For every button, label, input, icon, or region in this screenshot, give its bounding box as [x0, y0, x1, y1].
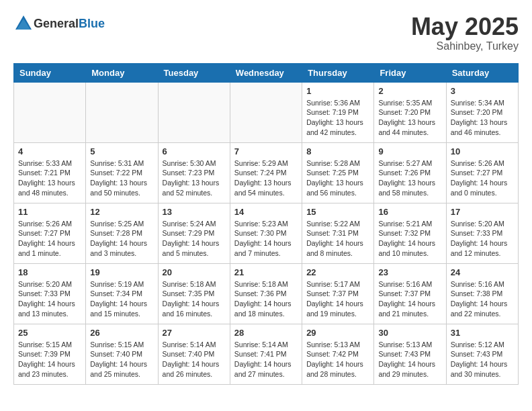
page-header: General Blue May 2025 Sahinbey, Turkey: [13, 13, 519, 52]
weekday-header-monday: Monday: [86, 63, 158, 82]
calendar-cell: 21Sunrise: 5:18 AM Sunset: 7:36 PM Dayli…: [230, 263, 302, 324]
day-info: Sunrise: 5:15 AM Sunset: 7:40 PM Dayligh…: [90, 340, 153, 379]
calendar-cell: 14Sunrise: 5:23 AM Sunset: 7:30 PM Dayli…: [230, 203, 302, 263]
day-number: 2: [378, 86, 441, 96]
day-number: 12: [90, 207, 153, 217]
day-info: Sunrise: 5:18 AM Sunset: 7:35 PM Dayligh…: [163, 279, 226, 319]
day-number: 29: [306, 328, 369, 338]
calendar-cell: [86, 82, 158, 142]
day-info: Sunrise: 5:18 AM Sunset: 7:36 PM Dayligh…: [234, 279, 298, 319]
calendar-cell: 16Sunrise: 5:21 AM Sunset: 7:32 PM Dayli…: [374, 203, 446, 263]
day-info: Sunrise: 5:35 AM Sunset: 7:20 PM Dayligh…: [378, 98, 441, 138]
day-number: 5: [90, 146, 153, 156]
weekday-header-tuesday: Tuesday: [158, 63, 230, 82]
calendar-cell: 29Sunrise: 5:13 AM Sunset: 7:42 PM Dayli…: [302, 324, 374, 384]
day-info: Sunrise: 5:26 AM Sunset: 7:27 PM Dayligh…: [451, 158, 514, 198]
day-number: 19: [90, 267, 153, 277]
title-block: May 2025 Sahinbey, Turkey: [411, 13, 519, 52]
day-info: Sunrise: 5:21 AM Sunset: 7:32 PM Dayligh…: [378, 219, 441, 259]
calendar-table: SundayMondayTuesdayWednesdayThursdayFrid…: [13, 63, 519, 385]
day-info: Sunrise: 5:26 AM Sunset: 7:27 PM Dayligh…: [18, 219, 81, 259]
calendar-cell: 10Sunrise: 5:26 AM Sunset: 7:27 PM Dayli…: [446, 142, 518, 203]
day-info: Sunrise: 5:34 AM Sunset: 7:20 PM Dayligh…: [451, 98, 514, 138]
calendar-cell: 11Sunrise: 5:26 AM Sunset: 7:27 PM Dayli…: [14, 203, 86, 263]
day-info: Sunrise: 5:14 AM Sunset: 7:41 PM Dayligh…: [234, 340, 298, 379]
weekday-header-thursday: Thursday: [302, 63, 374, 82]
weekday-header-sunday: Sunday: [14, 63, 86, 82]
day-number: 20: [163, 267, 226, 277]
calendar-cell: 30Sunrise: 5:13 AM Sunset: 7:43 PM Dayli…: [374, 324, 446, 384]
day-number: 24: [451, 267, 514, 277]
calendar-cell: [14, 82, 86, 142]
calendar-cell: 4Sunrise: 5:33 AM Sunset: 7:21 PM Daylig…: [14, 142, 86, 203]
day-number: 6: [163, 146, 226, 156]
day-number: 13: [163, 207, 226, 217]
calendar-cell: 17Sunrise: 5:20 AM Sunset: 7:33 PM Dayli…: [446, 203, 518, 263]
day-info: Sunrise: 5:25 AM Sunset: 7:28 PM Dayligh…: [90, 219, 153, 259]
calendar-cell: 25Sunrise: 5:15 AM Sunset: 7:39 PM Dayli…: [14, 324, 86, 384]
day-number: 16: [378, 207, 441, 217]
day-info: Sunrise: 5:19 AM Sunset: 7:34 PM Dayligh…: [90, 279, 153, 319]
calendar-cell: 20Sunrise: 5:18 AM Sunset: 7:35 PM Dayli…: [158, 263, 230, 324]
day-number: 23: [378, 267, 441, 277]
day-info: Sunrise: 5:20 AM Sunset: 7:33 PM Dayligh…: [451, 219, 514, 259]
day-number: 28: [234, 328, 298, 338]
calendar-cell: [158, 82, 230, 142]
day-info: Sunrise: 5:13 AM Sunset: 7:42 PM Dayligh…: [306, 340, 369, 379]
calendar-cell: 12Sunrise: 5:25 AM Sunset: 7:28 PM Dayli…: [86, 203, 158, 263]
calendar-cell: 1Sunrise: 5:36 AM Sunset: 7:19 PM Daylig…: [302, 82, 374, 142]
calendar-week-5: 25Sunrise: 5:15 AM Sunset: 7:39 PM Dayli…: [14, 324, 519, 384]
calendar-cell: [230, 82, 302, 142]
month-year: May 2025: [411, 13, 519, 40]
day-number: 10: [451, 146, 514, 156]
logo-icon: [13, 13, 34, 34]
day-number: 11: [18, 207, 81, 217]
day-info: Sunrise: 5:24 AM Sunset: 7:29 PM Dayligh…: [163, 219, 226, 259]
calendar-cell: 8Sunrise: 5:28 AM Sunset: 7:25 PM Daylig…: [302, 142, 374, 203]
day-number: 25: [18, 328, 81, 338]
weekday-header-row: SundayMondayTuesdayWednesdayThursdayFrid…: [14, 63, 519, 82]
day-number: 9: [378, 146, 441, 156]
day-number: 22: [306, 267, 369, 277]
day-info: Sunrise: 5:20 AM Sunset: 7:33 PM Dayligh…: [18, 279, 81, 319]
calendar-cell: 5Sunrise: 5:31 AM Sunset: 7:22 PM Daylig…: [86, 142, 158, 203]
day-number: 18: [18, 267, 81, 277]
day-number: 31: [451, 328, 514, 338]
calendar-cell: 9Sunrise: 5:27 AM Sunset: 7:26 PM Daylig…: [374, 142, 446, 203]
calendar-cell: 7Sunrise: 5:29 AM Sunset: 7:24 PM Daylig…: [230, 142, 302, 203]
logo-text-general: General: [34, 17, 79, 31]
calendar-week-2: 4Sunrise: 5:33 AM Sunset: 7:21 PM Daylig…: [14, 142, 519, 203]
day-info: Sunrise: 5:31 AM Sunset: 7:22 PM Dayligh…: [90, 158, 153, 198]
day-number: 8: [306, 146, 369, 156]
day-number: 26: [90, 328, 153, 338]
calendar-cell: 23Sunrise: 5:16 AM Sunset: 7:37 PM Dayli…: [374, 263, 446, 324]
calendar-cell: 15Sunrise: 5:22 AM Sunset: 7:31 PM Dayli…: [302, 203, 374, 263]
calendar-cell: 22Sunrise: 5:17 AM Sunset: 7:37 PM Dayli…: [302, 263, 374, 324]
day-number: 4: [18, 146, 81, 156]
day-info: Sunrise: 5:27 AM Sunset: 7:26 PM Dayligh…: [378, 158, 441, 198]
calendar-cell: 3Sunrise: 5:34 AM Sunset: 7:20 PM Daylig…: [446, 82, 518, 142]
day-number: 21: [234, 267, 298, 277]
day-number: 30: [378, 328, 441, 338]
calendar-cell: 6Sunrise: 5:30 AM Sunset: 7:23 PM Daylig…: [158, 142, 230, 203]
calendar-cell: 31Sunrise: 5:12 AM Sunset: 7:43 PM Dayli…: [446, 324, 518, 384]
day-info: Sunrise: 5:13 AM Sunset: 7:43 PM Dayligh…: [378, 340, 441, 379]
day-info: Sunrise: 5:16 AM Sunset: 7:38 PM Dayligh…: [451, 279, 514, 319]
calendar-cell: 28Sunrise: 5:14 AM Sunset: 7:41 PM Dayli…: [230, 324, 302, 384]
weekday-header-saturday: Saturday: [446, 63, 518, 82]
day-info: Sunrise: 5:14 AM Sunset: 7:40 PM Dayligh…: [163, 340, 226, 379]
calendar-cell: 26Sunrise: 5:15 AM Sunset: 7:40 PM Dayli…: [86, 324, 158, 384]
calendar-week-3: 11Sunrise: 5:26 AM Sunset: 7:27 PM Dayli…: [14, 203, 519, 263]
calendar-cell: 2Sunrise: 5:35 AM Sunset: 7:20 PM Daylig…: [374, 82, 446, 142]
calendar-week-1: 1Sunrise: 5:36 AM Sunset: 7:19 PM Daylig…: [14, 82, 519, 142]
day-number: 14: [234, 207, 298, 217]
calendar-cell: 24Sunrise: 5:16 AM Sunset: 7:38 PM Dayli…: [446, 263, 518, 324]
day-number: 3: [451, 86, 514, 96]
weekday-header-friday: Friday: [374, 63, 446, 82]
day-info: Sunrise: 5:15 AM Sunset: 7:39 PM Dayligh…: [18, 340, 81, 379]
day-number: 1: [306, 86, 369, 96]
day-info: Sunrise: 5:17 AM Sunset: 7:37 PM Dayligh…: [306, 279, 369, 319]
calendar-cell: 18Sunrise: 5:20 AM Sunset: 7:33 PM Dayli…: [14, 263, 86, 324]
weekday-header-wednesday: Wednesday: [230, 63, 302, 82]
logo-text-blue: Blue: [79, 17, 105, 31]
